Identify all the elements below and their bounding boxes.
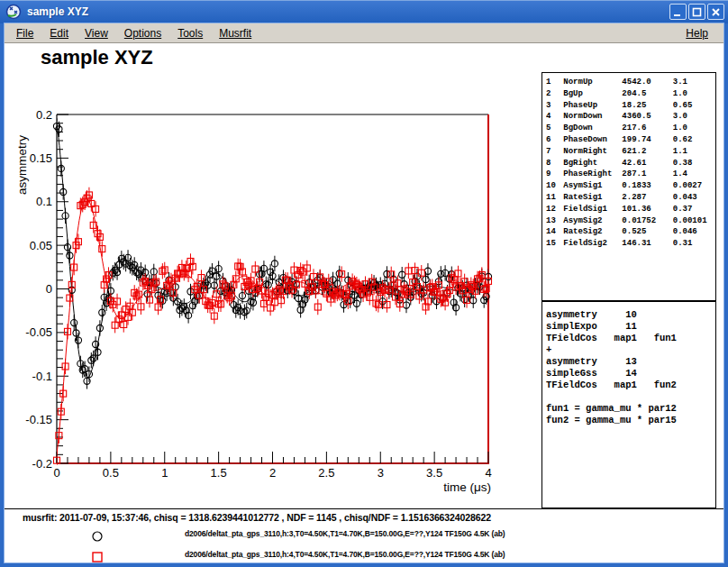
menu-help[interactable]: Help [679, 25, 714, 41]
maximize-button[interactable] [688, 4, 705, 20]
theory-curve-1 [57, 199, 488, 454]
menu-options[interactable]: Options [118, 25, 168, 41]
svg-text:0.15: 0.15 [30, 151, 52, 165]
app-window: sample XYZ File Edit View Options Tools … [0, 0, 728, 567]
legend-entry: d2006/deltat_pta_gps_3110,h:4,T0=4.50K,T… [5, 547, 723, 562]
legend: d2006/deltat_pta_gps_3110,h:3,T0=4.50K,T… [5, 526, 723, 562]
square-marker-icon [91, 551, 104, 562]
menu-view[interactable]: View [78, 25, 114, 41]
axis-titles: asymmetrytime (μs) [15, 135, 491, 494]
menu-tools[interactable]: Tools [171, 25, 209, 41]
menu-edit[interactable]: Edit [43, 25, 75, 41]
circle-marker-icon [91, 530, 104, 543]
svg-text:1.5: 1.5 [211, 466, 227, 480]
window-body: File Edit View Options Tools Musrfit Hel… [5, 23, 723, 562]
parameter-row: 1NormUp4542.03.1 [546, 77, 715, 88]
svg-text:2: 2 [269, 466, 276, 480]
legend-label: d2006/deltat_pta_gps_3110,h:3,T0=4.50K,T… [185, 529, 505, 538]
close-button[interactable] [707, 4, 724, 20]
svg-text:1: 1 [161, 466, 168, 480]
legend-entry: d2006/deltat_pta_gps_3110,h:3,T0=4.50K,T… [5, 526, 723, 547]
parameter-row: 7NormRight621.21.1 [546, 146, 715, 158]
svg-text:0.1: 0.1 [36, 195, 52, 208]
info-divider-line [5, 508, 723, 509]
svg-text:2.5: 2.5 [318, 466, 334, 480]
fit-info-line: musrfit: 2011-07-09, 15:37:46, chisq = 1… [23, 512, 491, 523]
svg-text:0: 0 [53, 466, 59, 480]
menu-file[interactable]: File [10, 25, 40, 41]
svg-text:-0.2: -0.2 [32, 457, 52, 471]
parameter-row: 10AsymSig10.18330.0027 [546, 180, 715, 192]
parameter-row: 6PhaseDown199.740.62 [546, 134, 715, 146]
theory-function-box: asymmetry 10 simplExpo 11 TFieldCos map1… [541, 301, 716, 508]
svg-text:0: 0 [46, 282, 52, 296]
root-app-icon [5, 4, 22, 20]
fit-parameter-table: 1NormUp4542.03.12BgUp204.51.03PhaseUp18.… [541, 72, 716, 301]
theory-curve-0 [57, 123, 488, 379]
minimize-button[interactable] [669, 4, 687, 20]
parameter-row: 8BgRight42.610.38 [546, 158, 715, 169]
window-title: sample XYZ [27, 5, 669, 18]
parameter-row: 9PhaseRight287.11.4 [546, 169, 715, 180]
data-series-1 [54, 187, 492, 469]
parameter-rows: 1NormUp4542.03.12BgUp204.51.03PhaseUp18.… [546, 77, 715, 250]
svg-text:3.5: 3.5 [426, 466, 442, 480]
legend-label: d2006/deltat_pta_gps_3110,h:4,T0=4.50K,T… [185, 550, 505, 559]
parameter-row: 11RateSig12.2870.043 [546, 192, 715, 204]
svg-text:4: 4 [485, 466, 491, 480]
root-canvas[interactable]: sample XYZ 00.511.522.533.540.20.150.10.… [5, 43, 723, 562]
data-series-0 [53, 118, 491, 389]
svg-text:0.5: 0.5 [103, 466, 119, 480]
parameter-row: 3PhaseUp18.250.65 [546, 100, 715, 112]
svg-text:-0.05: -0.05 [25, 325, 52, 339]
svg-text:-0.1: -0.1 [32, 370, 52, 383]
menu-musrfit[interactable]: Musrfit [213, 25, 258, 41]
theory-lines: asymmetry 10 simplExpo 11 TFieldCos map1… [542, 302, 715, 426]
svg-text:3: 3 [378, 466, 384, 480]
parameter-row: 12FieldSig1101.360.37 [546, 204, 715, 215]
x-axis-title: time (μs) [443, 480, 491, 494]
y-axis-title: asymmetry [15, 135, 29, 195]
menubar: File Edit View Options Tools Musrfit Hel… [5, 23, 723, 43]
svg-text:0.05: 0.05 [30, 239, 52, 252]
parameter-row: 15FieldSig2146.310.31 [546, 238, 715, 250]
parameter-row: 13AsymSig20.017520.00101 [546, 215, 715, 227]
parameter-row: 4NormDown4360.53.0 [546, 111, 715, 123]
parameter-row: 14RateSig20.5250.046 [546, 226, 715, 238]
parameter-row: 2BgUp204.51.0 [546, 88, 715, 100]
titlebar[interactable]: sample XYZ [0, 0, 728, 23]
parameter-row: 5BgDown217.61.0 [546, 123, 715, 134]
svg-text:-0.15: -0.15 [25, 413, 52, 426]
svg-text:0.2: 0.2 [36, 108, 52, 122]
window-controls [669, 4, 724, 20]
